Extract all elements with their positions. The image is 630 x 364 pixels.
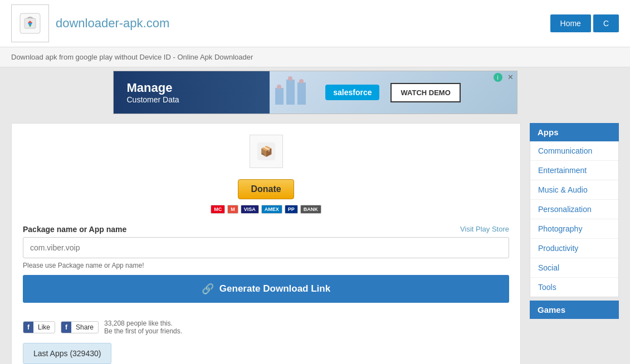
donate-button[interactable]: Donate bbox=[238, 179, 294, 199]
svg-rect-5 bbox=[275, 88, 284, 105]
sidebar-item-music-audio[interactable]: Music & Audio bbox=[530, 180, 618, 200]
ad-info-icon[interactable]: i bbox=[494, 73, 502, 82]
ad-banner: Manage Customer Data salesforce WATCH DE… bbox=[113, 71, 517, 114]
content-area: 📦 Donate MC M VISA AMEX PP BANK Package … bbox=[11, 123, 521, 364]
svg-point-9 bbox=[288, 76, 292, 81]
breadcrumb: Download apk from google play without De… bbox=[0, 47, 630, 67]
generate-btn-label: Generate Download Link bbox=[219, 283, 330, 294]
visa-icon: VISA bbox=[241, 205, 259, 214]
watch-demo-button[interactable]: WATCH DEMO bbox=[390, 83, 460, 102]
sidebar-item-tools[interactable]: Tools bbox=[530, 278, 618, 297]
apps-section-title: Apps bbox=[530, 123, 619, 141]
logo bbox=[11, 4, 49, 42]
ad-image: salesforce WATCH DEMO bbox=[270, 71, 517, 114]
bank-icon: BANK bbox=[300, 205, 321, 214]
link-icon: 🔗 bbox=[202, 283, 214, 295]
svg-point-10 bbox=[299, 79, 304, 83]
hint-text: Please use Package name or App name! bbox=[23, 262, 509, 269]
sidebar-item-social[interactable]: Social bbox=[530, 258, 618, 278]
donate-section: Donate MC M VISA AMEX PP BANK bbox=[23, 179, 509, 214]
form-section: Package name or App name Visit Play Stor… bbox=[23, 225, 509, 303]
sidebar-item-productivity[interactable]: Productivity bbox=[530, 239, 618, 258]
facebook-like-button[interactable]: f Like bbox=[23, 321, 55, 333]
last-apps-button[interactable]: Last Apps (329430) bbox=[23, 343, 111, 364]
share-label: Share bbox=[71, 322, 98, 333]
svg-rect-6 bbox=[286, 80, 295, 105]
package-input[interactable] bbox=[23, 237, 509, 258]
facebook-section: f Like f Share 33,208 people like this. … bbox=[23, 312, 509, 335]
header-nav: Home C bbox=[550, 14, 619, 32]
ad-close-icon[interactable]: ✕ bbox=[507, 73, 514, 81]
main-layout: 📦 Donate MC M VISA AMEX PP BANK Package … bbox=[0, 117, 630, 364]
sidebar-item-entertainment[interactable]: Entertainment bbox=[530, 161, 618, 180]
facebook-count: 33,208 people like this. Be the first of… bbox=[104, 319, 182, 335]
form-label: Package name or App name bbox=[23, 225, 126, 234]
ad-text: Manage Customer Data bbox=[114, 81, 270, 104]
site-title[interactable]: downloader-apk.com bbox=[56, 16, 169, 31]
svg-point-8 bbox=[277, 85, 281, 89]
games-section-title: Games bbox=[530, 301, 619, 319]
like-label: Like bbox=[33, 322, 55, 333]
maestro-icon: M bbox=[227, 205, 238, 214]
facebook-f-icon: f bbox=[23, 322, 33, 333]
svg-rect-7 bbox=[297, 82, 306, 105]
facebook-f-icon-2: f bbox=[61, 322, 71, 333]
apps-list: Communication Entertainment Music & Audi… bbox=[530, 141, 619, 297]
sidebar: Apps Communication Entertainment Music &… bbox=[530, 123, 619, 364]
nav-button-c[interactable]: C bbox=[593, 14, 619, 32]
form-label-row: Package name or App name Visit Play Stor… bbox=[23, 225, 509, 234]
generate-download-link-button[interactable]: 🔗 Generate Download Link bbox=[23, 275, 509, 303]
visit-play-store-link[interactable]: Visit Play Store bbox=[460, 225, 509, 234]
home-button[interactable]: Home bbox=[550, 14, 591, 32]
breadcrumb-text: Download apk from google play without De… bbox=[11, 53, 253, 61]
payment-icons: MC M VISA AMEX PP BANK bbox=[23, 205, 509, 214]
mastercard-icon: MC bbox=[211, 205, 225, 214]
fb-count-sub: Be the first of your friends. bbox=[104, 327, 182, 335]
sidebar-item-personalization[interactable]: Personalization bbox=[530, 200, 618, 219]
sidebar-item-communication[interactable]: Communication bbox=[530, 141, 618, 161]
facebook-share-button[interactable]: f Share bbox=[61, 321, 99, 333]
fb-count-text: 33,208 people like this. bbox=[104, 319, 182, 327]
header: downloader-apk.com Home C bbox=[0, 0, 630, 47]
app-image: 📦 bbox=[250, 135, 283, 168]
svg-text:📦: 📦 bbox=[260, 145, 273, 158]
ad-title: Manage bbox=[127, 81, 270, 95]
paypal-icon: PP bbox=[285, 205, 298, 214]
header-left: downloader-apk.com bbox=[11, 4, 169, 42]
ad-subtitle: Customer Data bbox=[127, 95, 270, 104]
amex-icon: AMEX bbox=[261, 205, 282, 214]
sidebar-item-photography[interactable]: Photography bbox=[530, 219, 618, 239]
